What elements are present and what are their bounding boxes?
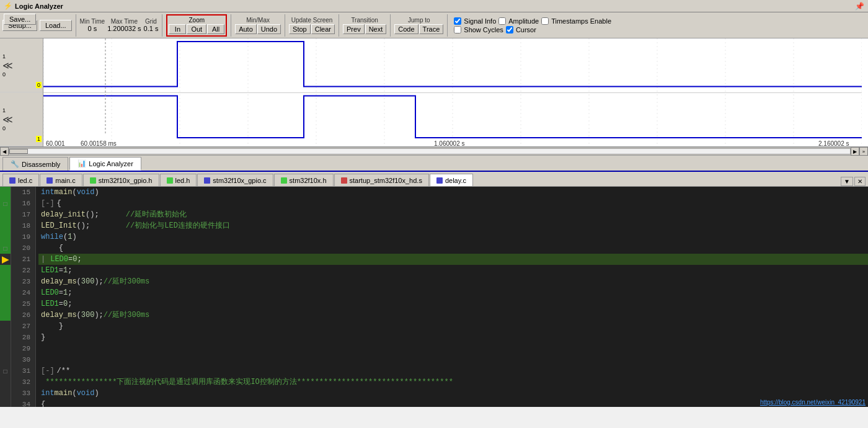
waveform-canvas[interactable] (43, 38, 868, 146)
gutter-line (0, 310, 11, 321)
gutter-line (0, 287, 11, 298)
tab-startup-s[interactable]: startup_stm32f10x_hd.s (334, 174, 429, 186)
line-number: 32 (16, 377, 30, 388)
line-number: 24 (16, 287, 30, 298)
transition-next-button[interactable]: Next (365, 24, 387, 34)
line-number: 18 (16, 220, 30, 231)
code-line: } (38, 321, 868, 332)
gutter-line (0, 377, 11, 388)
title-bar-text: Logic Analyzer (15, 2, 63, 10)
grid-item: Grid 0.1 s (144, 18, 159, 32)
jumpto-label: Jump to (408, 17, 430, 24)
code-line: LED1=1; (38, 265, 868, 276)
gutter-line (0, 231, 11, 243)
scroll-thumb[interactable] (9, 149, 28, 154)
tabs-close-button[interactable]: ✕ (854, 177, 866, 186)
save-button[interactable]: Save... (4, 14, 36, 25)
timestamps-checkbox[interactable] (541, 17, 549, 25)
amplitude-checkbox[interactable] (498, 17, 506, 25)
gutter-line: □ (0, 365, 11, 377)
startup-s-icon (341, 177, 347, 184)
logic-analyzer-icon: ⚡ (4, 2, 12, 10)
code-line: ****************下面注视的代码是通过调用库函数来实现IO控制的方… (38, 377, 868, 388)
zoom-all-button[interactable]: All (207, 24, 224, 34)
scroll-expand-button[interactable]: » (859, 147, 868, 156)
toolbar-divider-3 (231, 14, 231, 37)
tab-logic-analyzer[interactable]: 📊 Logic Analyzer (69, 157, 141, 171)
gutter-line: ▶ (0, 254, 11, 265)
jumpto-trace-button[interactable]: Trace (419, 24, 444, 34)
gpio-c-icon (204, 177, 210, 184)
blog-link[interactable]: https://blog.csdn.net/weixin_42190921 (760, 399, 866, 406)
update-screen-section: Update Screen Stop Clear (289, 17, 335, 34)
minmax-label: Min/Max (246, 17, 270, 24)
gutter-line (0, 388, 11, 399)
max-time-label: Max Time (111, 18, 138, 25)
pin-icon[interactable]: 📌 (855, 2, 864, 11)
jumpto-code-button[interactable]: Code (394, 24, 418, 34)
code-line (38, 343, 868, 354)
channel-0-label: 1 ≪ 0 0 (0, 38, 43, 92)
led-c-icon (9, 177, 16, 184)
line-number: 33 (16, 388, 30, 399)
logic-analyzer-tab-label: Logic Analyzer (89, 160, 133, 167)
tab-stm32-gpio-h[interactable]: stm32f10x_gpio.h (83, 174, 159, 186)
disassembly-label: Disassembly (22, 161, 60, 168)
gutter-line: □ (0, 198, 11, 209)
jumpto-section: Jump to Code Trace (394, 17, 443, 34)
toolbar-divider-7 (447, 14, 448, 37)
ch0-value: 0 (36, 82, 42, 88)
tab-stm32-h[interactable]: stm32f10x.h (274, 174, 334, 186)
stm32-h-icon (281, 177, 287, 184)
zoom-out-button[interactable]: Out (187, 24, 206, 34)
minmax-auto-button[interactable]: Auto (235, 24, 257, 34)
scroll-left-button[interactable]: ◀ (0, 147, 9, 156)
signal-info-checkbox[interactable] (454, 17, 461, 25)
transition-prev-button[interactable]: Prev (343, 24, 365, 34)
code-line (38, 354, 868, 365)
led-h-icon (167, 177, 173, 184)
line-number: 21 (16, 254, 30, 265)
main-c-icon (46, 177, 53, 184)
scroll-right-button[interactable]: ▶ (851, 147, 859, 156)
update-stop-button[interactable]: Stop (289, 24, 311, 34)
code-gutter: □□▶□ (0, 187, 11, 407)
gutter-line (0, 209, 11, 220)
tabs-dropdown-button[interactable]: ▼ (841, 177, 853, 186)
code-line: LED_Init(); //初始化与LED连接的硬件接口 (38, 220, 868, 231)
line-number: 26 (16, 310, 30, 321)
code-line: delay_init(); //延时函数初始化 (38, 209, 868, 220)
line-number: 23 (16, 276, 30, 287)
tab-led-h[interactable]: led.h (160, 174, 197, 186)
code-line: { (38, 243, 868, 254)
zoom-in-button[interactable]: In (169, 24, 186, 34)
minmax-undo-button[interactable]: Undo (257, 24, 281, 34)
code-line: LED1=0; (38, 298, 868, 310)
main-c-label: main.c (55, 177, 75, 184)
scroll-track[interactable] (9, 148, 851, 154)
code-content[interactable]: int main(void)[-]{ delay_init(); //延时函数初… (36, 187, 868, 407)
tab-stm32-gpio-c[interactable]: stm32f10x_gpio.c (197, 174, 273, 186)
toolbar-divider-6 (390, 14, 391, 37)
line-number: 15 (16, 187, 30, 198)
logic-analyzer-tab-icon: 📊 (78, 159, 86, 167)
show-cycles-checkbox[interactable] (454, 26, 461, 33)
led-h-label: led.h (175, 177, 190, 184)
timestamps-label: Timestamps Enable (551, 17, 611, 25)
toolbar-divider-4 (285, 14, 285, 37)
gutter-line: □ (0, 243, 11, 254)
load-button[interactable]: Load... (40, 20, 72, 31)
line-numbers: 1516171819202122232425262728293031323334… (11, 187, 36, 407)
update-clear-button[interactable]: Clear (311, 24, 335, 34)
waveform-area: 1 ≪ 0 0 1 ≪ 0 1 (0, 38, 868, 147)
show-cycles-label: Show Cycles (464, 26, 503, 33)
tab-led-c[interactable]: led.c (2, 174, 39, 186)
minmax-section: Min/Max Auto Undo (235, 17, 281, 34)
ch1-value: 1 (36, 136, 42, 142)
code-line: { (38, 399, 868, 407)
tab-delay-c[interactable]: delay.c (430, 174, 473, 186)
tab-disassembly[interactable]: 🔧 Disassembly (2, 157, 68, 171)
tab-main-c[interactable]: main.c (40, 174, 82, 186)
update-screen-label: Update Screen (291, 17, 333, 24)
cursor-checkbox[interactable] (506, 26, 513, 33)
